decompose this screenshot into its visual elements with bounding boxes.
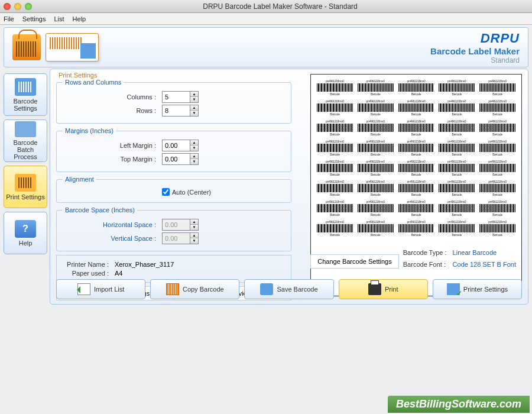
- left-margin-input[interactable]: [162, 140, 190, 151]
- top-margin-spinner[interactable]: ▲▼: [190, 153, 199, 165]
- menu-settings[interactable]: Settings: [22, 15, 46, 22]
- left-margin-label: Left Margin :: [63, 142, 162, 149]
- barcode-preview-item: pn4961218ms0Barcode: [397, 220, 436, 237]
- barcode-preview-item: pn4961218ms0Barcode: [478, 200, 517, 216]
- print-button[interactable]: Print: [339, 279, 428, 299]
- group-legend: Rows and Columns: [63, 79, 124, 86]
- barcode-preview-item: pn4961218ms0Barcode: [397, 99, 436, 116]
- auto-center-input[interactable]: [162, 188, 170, 196]
- auto-center-checkbox[interactable]: Auto (Center): [162, 188, 261, 196]
- chevron-down-icon: ▼: [190, 238, 198, 244]
- import-list-button[interactable]: Import List: [56, 279, 145, 299]
- chevron-down-icon: ▼: [190, 225, 198, 230]
- barcode-type-label: Barcode Type :: [403, 247, 452, 258]
- barcode-preview-item: pn4961218ms0Barcode: [437, 140, 476, 156]
- chevron-down-icon[interactable]: ▼: [190, 111, 198, 116]
- chevron-up-icon[interactable]: ▲: [190, 92, 198, 97]
- chevron-up-icon[interactable]: ▲: [190, 105, 198, 111]
- auto-center-label: Auto (Center): [172, 189, 211, 196]
- barcode-preview-item: pn4961218ms0Barcode: [397, 200, 436, 216]
- window-controls: [4, 3, 32, 10]
- close-icon[interactable]: [4, 3, 11, 10]
- menu-help[interactable]: Help: [73, 15, 86, 22]
- barcode-preview-item: pn4961218ms0Barcode: [356, 99, 395, 116]
- barcode-preview-item: pn4961218ms0Barcode: [437, 99, 476, 116]
- barcode-preview-item: pn4961218ms0Barcode: [397, 119, 436, 136]
- sidebar-print-settings[interactable]: Print Settings: [4, 166, 47, 208]
- barcode-type-value: Linear Barcode: [453, 247, 516, 258]
- v-space-spinner: ▲▼: [190, 232, 199, 244]
- barcode-preview-item: pn4961218ms0Barcode: [397, 180, 436, 196]
- h-space-spinner: ▲▼: [190, 219, 199, 231]
- sidebar: Barcode Settings Barcode Batch Process P…: [4, 69, 47, 305]
- rows-input[interactable]: [162, 105, 190, 117]
- content-panel: Print Settings Rows and Columns Columns …: [50, 69, 528, 305]
- change-barcode-button[interactable]: Change Barcode Settings: [310, 254, 399, 269]
- group-legend: Barcode Space (Inches): [63, 206, 137, 214]
- v-space-label: Vertical Space :: [63, 235, 162, 242]
- save-icon: [260, 283, 273, 295]
- brand-logo: DRPU: [430, 31, 520, 46]
- printer-settings-button[interactable]: Printer Settings: [433, 279, 522, 299]
- printer-icon: [368, 283, 381, 295]
- menu-list[interactable]: List: [54, 15, 64, 22]
- barcode-preview-item: pn4961218ms0Barcode: [478, 119, 517, 136]
- paper-value: A4: [115, 270, 286, 277]
- top-margin-input[interactable]: [162, 153, 190, 165]
- save-barcode-button[interactable]: Save Barcode: [244, 279, 333, 299]
- barcode-preview-item: pn4961218ms0Barcode: [397, 79, 436, 96]
- chevron-down-icon[interactable]: ▼: [190, 97, 198, 102]
- sidebar-batch-process[interactable]: Barcode Batch Process: [4, 119, 47, 162]
- sidebar-item-label: Help: [19, 240, 33, 247]
- alignment-group: Alignment Auto (Center): [56, 176, 291, 203]
- barcode-preview-item: pn4961218ms0Barcode: [316, 160, 354, 176]
- chevron-up-icon: ▲: [190, 219, 198, 225]
- button-label: Printer Settings: [463, 286, 508, 293]
- barcode-preview-item: pn4961218ms0Barcode: [437, 119, 476, 136]
- chevron-down-icon[interactable]: ▼: [190, 145, 198, 151]
- barcode-font-label: Barcode Font :: [403, 259, 452, 270]
- barcode-font-value: Code 128 SET B Font: [453, 259, 516, 270]
- printer-info-box: Printer Name : Xerox_Phaser_3117 Paper u…: [56, 255, 291, 283]
- barcode-info: Barcode Type :Linear Barcode Barcode Fon…: [402, 246, 517, 271]
- print-settings-icon: [15, 174, 36, 192]
- spacing-group: Barcode Space (Inches) Horizontal Space …: [56, 206, 291, 251]
- barcode-preview-item: pn4961218ms0Barcode: [316, 79, 354, 96]
- banner: DRPU Barcode Label Maker Standard: [4, 27, 528, 67]
- barcode-preview-item: pn4961218ms0Barcode: [316, 220, 354, 237]
- button-label: Save Barcode: [277, 286, 317, 293]
- barcode-preview-item: pn4961218ms0Barcode: [478, 160, 517, 176]
- printer-settings-icon: [447, 283, 460, 295]
- chevron-up-icon[interactable]: ▲: [190, 140, 198, 145]
- sidebar-item-label: Print Settings: [6, 193, 44, 200]
- chevron-down-icon[interactable]: ▼: [190, 159, 198, 164]
- paper-label: Paper used :: [61, 270, 115, 277]
- group-legend: Alignment: [63, 176, 96, 183]
- barcode-preview-item: pn4961218ms0Barcode: [478, 140, 517, 156]
- menu-file[interactable]: File: [4, 15, 14, 22]
- wrench-barcode-icon: [15, 78, 36, 96]
- barcode-preview-item: pn4961218ms0Barcode: [356, 220, 395, 237]
- rows-spinner[interactable]: ▲▼: [190, 105, 199, 117]
- copy-barcode-button[interactable]: Copy Barcode: [150, 279, 239, 299]
- barcode-preview-item: pn4961218ms0Barcode: [356, 79, 395, 96]
- zoom-icon[interactable]: [25, 3, 32, 10]
- sidebar-barcode-settings[interactable]: Barcode Settings: [4, 73, 47, 116]
- barcode-preview-item: pn4961218ms0Barcode: [356, 119, 395, 136]
- barcode-preview-item: pn4961218ms0Barcode: [356, 160, 395, 176]
- left-margin-spinner[interactable]: ▲▼: [190, 140, 199, 151]
- barcode-preview-item: pn4961218ms0Barcode: [478, 220, 517, 237]
- chevron-up-icon: ▲: [190, 233, 198, 238]
- sidebar-help[interactable]: Help: [4, 212, 47, 254]
- minimize-icon[interactable]: [14, 3, 21, 10]
- columns-input[interactable]: [162, 91, 190, 103]
- barcode-preview-item: pn4961218ms0Barcode: [437, 79, 476, 96]
- columns-spinner[interactable]: ▲▼: [190, 91, 199, 103]
- margins-group: Margins (Inches) Left Margin : ▲▼ Top Ma…: [56, 127, 291, 172]
- window-title: DRPU Barcode Label Maker Software - Stan…: [32, 2, 528, 11]
- chevron-up-icon[interactable]: ▲: [190, 154, 198, 159]
- barcode-preview-item: pn4961218ms0Barcode: [356, 180, 395, 196]
- button-label: Print: [385, 286, 398, 293]
- button-label: Import List: [94, 286, 124, 293]
- barcode-preview-item: pn4961218ms0Barcode: [397, 140, 436, 156]
